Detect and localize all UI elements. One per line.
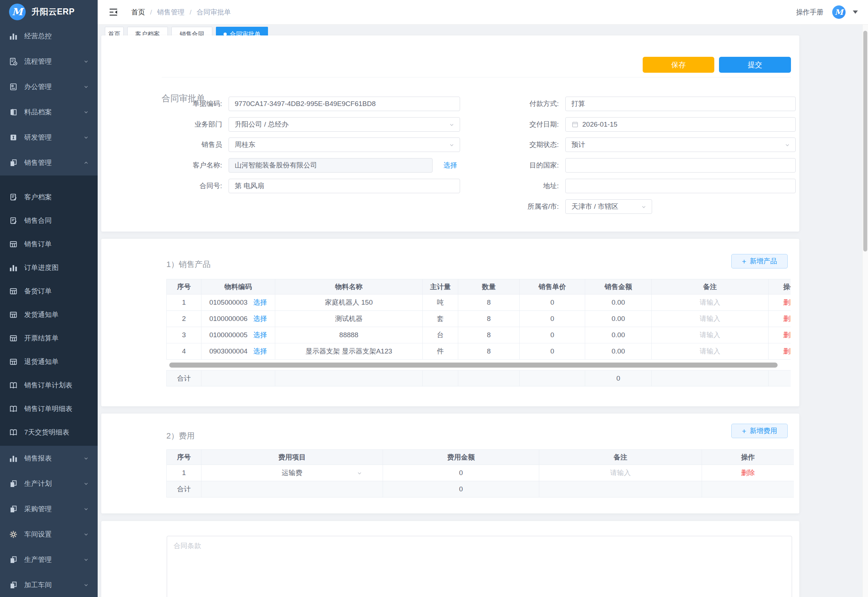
sidebar-item-order-plan-report[interactable]: 销售订单计划表 (0, 373, 98, 397)
hscrollbar-thumb[interactable] (169, 362, 778, 368)
cell-note[interactable]: 请输入 (652, 327, 769, 343)
sidebar-item-sales-contract[interactable]: 销售合同 (0, 209, 98, 232)
summary-empty (458, 370, 520, 386)
sidebar-item-label: 开票结算单 (24, 334, 59, 343)
fees-panel: 2）费用 + 新增费用 序号 费用项目 费用金额 备注 操作 (101, 414, 799, 514)
select-material-link[interactable]: 选择 (253, 314, 267, 324)
title-divider (161, 77, 791, 77)
payment-input[interactable]: 打算 (565, 97, 795, 111)
fee-item-select[interactable]: 运输费 (201, 465, 383, 481)
sidebar-item-shipping-notice[interactable]: 发货通知单 (0, 303, 98, 326)
sidebar-item-purchase-mgmt[interactable]: 采购管理 (0, 496, 98, 522)
cell-price[interactable]: 0 (520, 294, 585, 311)
select-material-link[interactable]: 选择 (253, 298, 267, 307)
delete-row-link[interactable]: 删除 (741, 469, 755, 477)
field-department: 业务部门 升阳公司 / 总经办 (101, 117, 460, 132)
products-section-title: 1）销售产品 (166, 259, 210, 270)
doc-code-input[interactable]: 9770CA17-3497-4DB2-995E-B49E9CF61BD8 (228, 97, 460, 111)
cell-note[interactable]: 请输入 (539, 465, 702, 481)
products-table-wrap: 序号 物料编码 物料名称 主计量 数量 销售单价 销售金额 备注 操作 1 01 (166, 279, 791, 386)
sidebar-item-order-detail-report[interactable]: 销售订单明细表 (0, 397, 98, 420)
sidebar-item-production-mgmt[interactable]: 生产管理 (0, 547, 98, 572)
cell-seq: 2 (167, 311, 201, 327)
cell-price[interactable]: 0 (520, 327, 585, 343)
cell-qty[interactable]: 8 (458, 311, 520, 327)
contract-no-input[interactable]: 第 电风扇 (228, 179, 460, 193)
sidebar-item-office-mgmt[interactable]: 办公管理 (0, 74, 98, 100)
contract-terms-textarea[interactable]: 合同条款 (167, 536, 792, 597)
sidebar-item-sales-order[interactable]: 销售订单 (0, 232, 98, 256)
fee-item-value: 运输费 (282, 469, 302, 477)
dest-country-input[interactable] (565, 158, 795, 172)
sidebar-item-label: 备货订单 (24, 287, 52, 296)
save-button[interactable]: 保存 (643, 57, 714, 73)
add-fee-label: 新增费用 (750, 426, 777, 436)
sidebar-item-order-progress-chart[interactable]: 订单进度图 (0, 256, 98, 279)
cell-price[interactable]: 0 (520, 311, 585, 327)
payment-value: 打算 (572, 99, 585, 108)
sidebar-item-sales-mgmt[interactable]: 销售管理 (0, 150, 98, 175)
sidebar-fold-icon[interactable] (108, 7, 118, 17)
app-logo: M 升阳云ERP (0, 0, 98, 24)
note-placeholder: 请输入 (610, 469, 631, 477)
delete-row-link[interactable]: 删除 (784, 315, 791, 322)
cell-material-code: 0903000004选择 (201, 343, 275, 359)
cell-amount: 0.00 (585, 327, 652, 343)
add-product-button[interactable]: + 新增产品 (731, 254, 788, 269)
department-select[interactable]: 升阳公司 / 总经办 (228, 117, 460, 132)
cell-qty[interactable]: 8 (458, 327, 520, 343)
sidebar-item-material-archive[interactable]: 料品档案 (0, 100, 98, 125)
sidebar-item-sales-reports[interactable]: 销售报表 (0, 446, 98, 471)
delete-row-link[interactable]: 删除 (784, 298, 791, 306)
select-material-link[interactable]: 选择 (253, 330, 267, 340)
page-scrollbar-thumb[interactable] (863, 31, 867, 251)
summary-empty (275, 370, 423, 386)
cell-price[interactable]: 0 (520, 343, 585, 359)
sidebar-item-7day-delivery-report[interactable]: 7天交货明细表 (0, 420, 98, 444)
sidebar-item-return-notice[interactable]: 退货通知单 (0, 350, 98, 373)
cell-note[interactable]: 请输入 (652, 294, 769, 311)
user-menu-caret-icon[interactable] (853, 10, 858, 14)
sidebar-item-invoice-settlement[interactable]: 开票结算单 (0, 326, 98, 350)
field-customer: 客户名称: 山河智能装备股份有限公司 选择 (101, 158, 457, 172)
sidebar-item-workshop-settings[interactable]: 车间设置 (0, 522, 98, 547)
plus-icon: + (742, 427, 746, 435)
sidebar-item-stock-order[interactable]: 备货订单 (0, 279, 98, 303)
delivery-date-picker[interactable]: 2026-01-15 (565, 117, 795, 132)
salesperson-select[interactable]: 周桂东 (228, 138, 460, 152)
department-value: 升阳公司 / 总经办 (235, 120, 289, 129)
app-title: 升阳云ERP (31, 6, 74, 17)
chevron-down-icon (83, 582, 89, 588)
select-material-link[interactable]: 选择 (253, 347, 267, 356)
summary-empty (201, 481, 383, 498)
address-input[interactable] (565, 179, 795, 193)
delivery-status-select[interactable]: 预计 (565, 138, 795, 152)
chevron-up-icon (83, 160, 89, 166)
delete-row-link[interactable]: 删除 (784, 331, 791, 339)
doc-code-value: 9770CA17-3497-4DB2-995E-B49E9CF61BD8 (235, 100, 376, 108)
field-doc-code: 单据编码: 9770CA17-3497-4DB2-995E-B49E9CF61B… (101, 97, 460, 111)
sidebar-item-production-plan[interactable]: 生产计划 (0, 471, 98, 496)
sidebar-item-processing-workshop[interactable]: 加工车间 (0, 572, 98, 597)
add-product-label: 新增产品 (750, 257, 777, 266)
delete-row-link[interactable]: 删除 (784, 348, 791, 355)
submit-button[interactable]: 提交 (719, 57, 791, 73)
sidebar-item-business-overview[interactable]: 经营总控 (0, 24, 98, 49)
manual-link[interactable]: 操作手册 (796, 7, 824, 17)
breadcrumb-home[interactable]: 首页 (131, 7, 145, 17)
summary-label: 合计 (167, 481, 201, 498)
cell-fee-amount[interactable]: 0 (383, 465, 539, 481)
add-fee-button[interactable]: + 新增费用 (731, 424, 788, 438)
col-fee-item: 费用项目 (201, 450, 383, 465)
sidebar-item-rnd-mgmt[interactable]: 研发管理 (0, 125, 98, 150)
material-code: 0105000003 (209, 298, 248, 306)
sidebar-item-process-mgmt[interactable]: 流程管理 (0, 49, 98, 74)
cell-qty[interactable]: 8 (458, 294, 520, 311)
cell-note[interactable]: 请输入 (652, 311, 769, 327)
sidebar-item-customer-archive[interactable]: 客户档案 (0, 185, 98, 209)
top-bar: 首页 / 销售管理 / 合同审批单 操作手册 M (98, 0, 868, 25)
cell-note[interactable]: 请输入 (652, 343, 769, 359)
avatar[interactable]: M (832, 6, 846, 19)
province-select[interactable]: 天津市 / 市辖区 (565, 199, 652, 214)
cell-qty[interactable]: 8 (458, 343, 520, 359)
